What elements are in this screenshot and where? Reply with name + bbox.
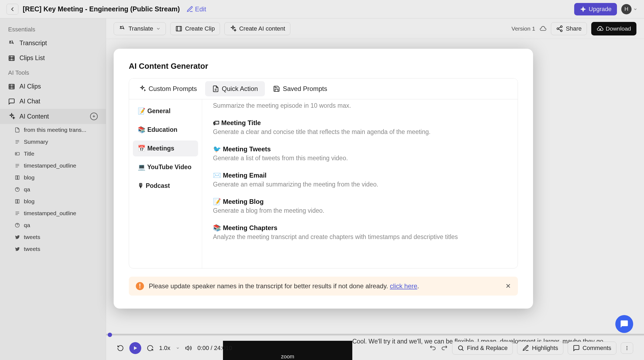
prompt-item[interactable]: 📝 Meeting Blog Generate a blog from the … [213, 193, 507, 219]
prompt-desc: Generate a list of tweets from this meet… [213, 155, 507, 162]
category-meetings[interactable]: 📅 Meetings [133, 140, 198, 156]
prompt-item[interactable]: 📚 Meeting Chapters Analyze the meeting t… [213, 219, 507, 246]
prompt-desc: Analyze the meeting transcript and creat… [213, 233, 507, 241]
tab-quick-action[interactable]: Quick Action [205, 81, 265, 96]
tab-custom-prompts[interactable]: Custom Prompts [132, 81, 204, 96]
prompt-title: 📚 Meeting Chapters [213, 224, 507, 232]
prompt-item[interactable]: Summarize the meeting episode in 10 word… [213, 102, 507, 114]
warning-link[interactable]: click here [390, 282, 417, 290]
prompt-item[interactable]: ✉️ Meeting Email Generate an email summa… [213, 167, 507, 193]
tab-label: Custom Prompts [149, 85, 197, 93]
warning-text: Please update speaker names in the trans… [149, 282, 419, 290]
prompt-title: 📝 Meeting Blog [213, 198, 507, 205]
prompt-title: ✉️ Meeting Email [213, 172, 507, 179]
prompt-desc: Generate an email summarizing the meetin… [213, 181, 507, 188]
category-podcast[interactable]: 🎙 Podcast [133, 178, 198, 194]
prompt-item[interactable]: 🏷 Meeting Title Generate a clear and con… [213, 114, 507, 140]
tab-saved-prompts[interactable]: Saved Prompts [266, 81, 334, 96]
category-education[interactable]: 📚 Education [133, 122, 198, 138]
chat-icon [620, 320, 629, 328]
prompt-title: 🐦 Meeting Tweets [213, 145, 507, 153]
chat-fab[interactable] [615, 315, 633, 333]
prompt-desc: Generate a blog from the meeting video. [213, 207, 507, 214]
close-warning-button[interactable]: ✕ [505, 282, 511, 290]
ai-content-modal: AI Content Generator Custom Prompts Quic… [114, 49, 533, 309]
category-youtube[interactable]: 💻 YouTube Video [133, 159, 198, 175]
warning-icon: ! [136, 282, 144, 290]
prompt-desc: Summarize the meeting episode in 10 word… [213, 102, 507, 109]
prompt-desc: Generate a clear and concise title that … [213, 128, 507, 136]
sparkles-icon [139, 85, 146, 92]
category-general[interactable]: 📝 General [133, 103, 198, 119]
tab-label: Saved Prompts [283, 85, 327, 93]
prompt-title: 🏷 Meeting Title [213, 119, 507, 127]
prompt-item[interactable]: 🐦 Meeting Tweets Generate a list of twee… [213, 140, 507, 167]
warning-banner: ! Please update speaker names in the tra… [129, 277, 518, 296]
document-icon [212, 85, 219, 92]
tab-label: Quick Action [222, 85, 258, 93]
modal-title: AI Content Generator [129, 62, 518, 71]
save-icon [273, 85, 280, 92]
